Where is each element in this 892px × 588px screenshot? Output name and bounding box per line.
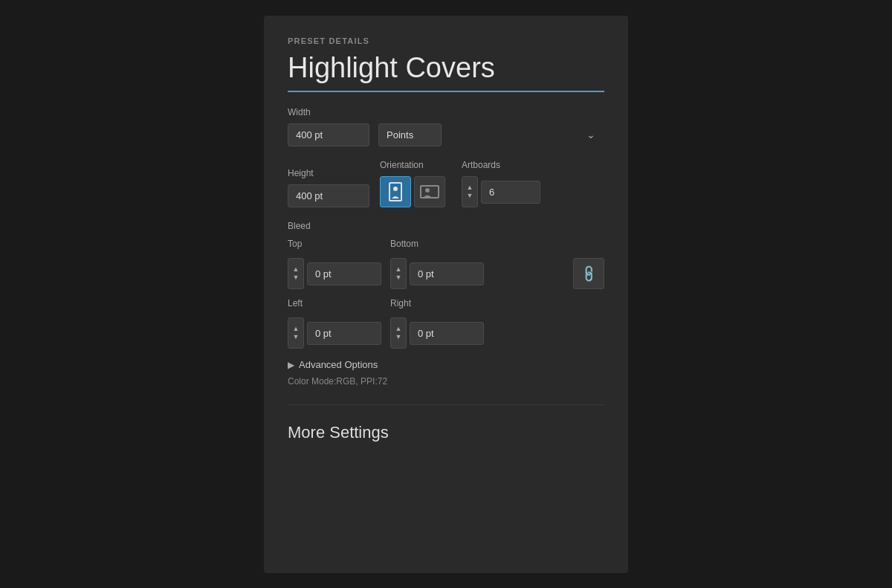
bleed-bottom-label: Bottom [390, 239, 484, 249]
bottom-divider [288, 404, 604, 405]
width-input[interactable] [288, 123, 369, 146]
bleed-left-spinner[interactable]: ▲ ▼ [288, 317, 304, 349]
advanced-options-label: Advanced Options [299, 359, 378, 370]
link-icon: 🔗 [578, 264, 599, 285]
artboards-field: Artboards ▲ ▼ [462, 160, 540, 207]
bleed-top-input[interactable] [307, 262, 381, 285]
spinner-down: ▼ [467, 193, 474, 199]
bleed-left-label: Left [288, 298, 381, 308]
artboards-input-row: ▲ ▼ [462, 176, 540, 207]
bleed-top-field: Top ▲ ▼ [288, 239, 381, 289]
landscape-button[interactable] [414, 176, 445, 207]
title-divider [288, 91, 604, 92]
bleed-bottom-input-row: ▲ ▼ [390, 258, 484, 289]
preset-panel: PRESET DETAILS Highlight Covers Width Po… [264, 16, 628, 573]
bleed-left-spinner-up: ▲ [293, 326, 300, 332]
unit-select-wrapper: Points Pixels Inches Millimeters [378, 123, 604, 146]
bleed-left-field: Left ▲ ▼ [288, 298, 381, 349]
orientation-label: Orientation [380, 160, 445, 170]
bleed-right-input-row: ▲ ▼ [390, 317, 484, 349]
bleed-section: Bleed Top ▲ ▼ Bottom ▲ ▼ [288, 221, 604, 349]
bleed-right-spinner-down: ▼ [395, 334, 402, 340]
bleed-top-spinner-up: ▲ [293, 266, 300, 273]
bleed-left-right-row: Left ▲ ▼ Right ▲ ▼ [288, 298, 604, 349]
bleed-top-input-row: ▲ ▼ [288, 258, 381, 289]
height-orientation-row: Height Orientation [288, 160, 604, 207]
bleed-right-label: Right [390, 298, 484, 308]
unit-select[interactable]: Points Pixels Inches Millimeters [378, 123, 442, 146]
preset-title: Highlight Covers [288, 53, 604, 84]
width-row: Points Pixels Inches Millimeters [288, 123, 604, 146]
portrait-button[interactable] [380, 176, 411, 207]
bleed-top-spinner[interactable]: ▲ ▼ [288, 258, 304, 289]
height-input[interactable] [288, 184, 369, 207]
orientation-field: Orientation [380, 160, 445, 207]
spinner-up: ▲ [467, 184, 474, 191]
bleed-top-label: Top [288, 239, 381, 249]
bleed-top-spinner-down: ▼ [293, 274, 300, 281]
link-bleed-button[interactable]: 🔗 [573, 258, 604, 289]
artboards-spinner[interactable]: ▲ ▼ [462, 176, 478, 207]
svg-point-3 [425, 188, 430, 193]
bleed-left-spinner-down: ▼ [293, 334, 300, 340]
landscape-icon [420, 184, 439, 199]
bleed-bottom-field: Bottom ▲ ▼ [390, 239, 484, 289]
height-field: Height [288, 168, 369, 207]
preset-label: PRESET DETAILS [288, 36, 604, 45]
bleed-right-spinner[interactable]: ▲ ▼ [390, 317, 407, 349]
bleed-right-spinner-up: ▲ [395, 326, 402, 332]
advanced-options-toggle[interactable]: ▶ Advanced Options [288, 359, 604, 370]
more-settings-button[interactable]: More Settings [288, 423, 604, 442]
color-mode-text: Color Mode:RGB, PPI:72 [288, 376, 604, 387]
bleed-left-input-row: ▲ ▼ [288, 317, 381, 349]
bleed-bottom-spinner-up: ▲ [395, 266, 402, 273]
portrait-icon [388, 182, 403, 201]
width-label: Width [288, 107, 604, 117]
bleed-bottom-spinner[interactable]: ▲ ▼ [390, 258, 407, 289]
bleed-bottom-spinner-down: ▼ [395, 274, 402, 281]
orientation-buttons [380, 176, 445, 207]
artboards-label: Artboards [462, 160, 540, 170]
bleed-bottom-input[interactable] [410, 262, 484, 285]
bleed-left-input[interactable] [307, 322, 381, 345]
height-label: Height [288, 168, 369, 178]
bleed-right-input[interactable] [410, 322, 484, 345]
bleed-label: Bleed [288, 221, 604, 231]
artboards-input[interactable] [481, 181, 540, 204]
bleed-top-bottom-row: Top ▲ ▼ Bottom ▲ ▼ [288, 239, 604, 289]
chevron-right-icon: ▶ [288, 360, 294, 370]
bleed-right-field: Right ▲ ▼ [390, 298, 484, 349]
svg-point-1 [393, 187, 398, 191]
